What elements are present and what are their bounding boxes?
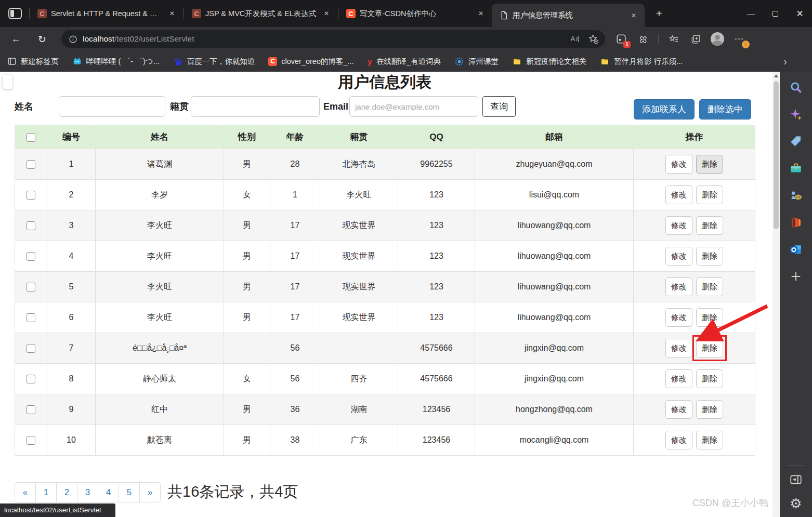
browser-tab[interactable]: C写文章-CSDN创作中心✕ bbox=[339, 0, 492, 27]
bookmark-item[interactable]: 百度一下，你就知道 bbox=[173, 57, 255, 67]
row-checkbox[interactable] bbox=[27, 191, 35, 200]
maximize-button[interactable] bbox=[763, 0, 788, 27]
edit-button[interactable]: 修改 bbox=[665, 155, 692, 174]
favorites-icon[interactable] bbox=[667, 32, 680, 46]
bookmark-item[interactable]: 哔哩哔哩 ( ゜- ゜)つ... bbox=[72, 57, 160, 67]
pagination-page[interactable]: 5 bbox=[119, 482, 140, 502]
scrollbar-thumb[interactable] bbox=[774, 81, 779, 229]
delete-button[interactable]: 删除 bbox=[696, 277, 723, 296]
collections-icon[interactable] bbox=[689, 32, 702, 46]
row-checkbox[interactable] bbox=[27, 375, 35, 383]
settings-gear-icon[interactable]: ⚙ bbox=[789, 496, 803, 511]
browser-tab[interactable]: CServlet & HTTP & Request & Res✕ bbox=[30, 0, 183, 27]
edit-button[interactable]: 修改 bbox=[665, 247, 692, 266]
profile-avatar[interactable] bbox=[711, 32, 724, 46]
cell-qq: 4575666 bbox=[398, 364, 475, 394]
delete-button[interactable]: 删除 bbox=[696, 308, 723, 327]
new-tab-button[interactable]: + bbox=[652, 8, 666, 20]
clover-extension-icon[interactable] bbox=[636, 32, 650, 46]
delete-button[interactable]: 删除 bbox=[696, 369, 723, 388]
delete-button[interactable]: 删除 bbox=[696, 431, 723, 449]
address-bar[interactable]: localhost/test02/userListServlet A bbox=[61, 30, 605, 48]
delete-button[interactable]: 删除 bbox=[696, 400, 723, 419]
delete-button[interactable]: 删除 bbox=[696, 216, 723, 235]
outlook-icon[interactable] bbox=[789, 242, 803, 257]
copilot-icon[interactable] bbox=[789, 107, 803, 122]
tab-actions-icon[interactable] bbox=[8, 8, 22, 19]
bookmark-item[interactable]: 暂伴月将影 行乐须... bbox=[600, 57, 683, 67]
row-checkbox[interactable] bbox=[27, 283, 35, 291]
delete-button[interactable]: 删除 bbox=[696, 185, 723, 204]
edit-button[interactable]: 修改 bbox=[665, 339, 692, 357]
cell-email: jingxin@qq.com bbox=[475, 333, 634, 364]
bookmark-item[interactable]: 新冠疫情论文相关 bbox=[512, 57, 586, 67]
games-icon[interactable] bbox=[789, 188, 803, 203]
add-sidebar-icon[interactable] bbox=[789, 269, 803, 284]
add-favorite-icon[interactable] bbox=[588, 34, 599, 45]
search-button[interactable]: 查询 bbox=[482, 96, 516, 117]
edit-button[interactable]: 修改 bbox=[665, 308, 692, 327]
column-header: 操作 bbox=[634, 125, 755, 149]
pagination-prev[interactable]: « bbox=[15, 482, 36, 502]
edit-button[interactable]: 修改 bbox=[665, 431, 692, 449]
edit-button[interactable]: 修改 bbox=[665, 369, 692, 388]
page-scrollbar[interactable] bbox=[772, 72, 780, 517]
row-checkbox[interactable] bbox=[27, 313, 35, 322]
minimize-button[interactable]: — bbox=[739, 0, 763, 27]
add-contact-button[interactable]: 添加联系人 bbox=[634, 99, 695, 120]
pagination-page[interactable]: 2 bbox=[56, 482, 77, 502]
row-checkbox[interactable] bbox=[27, 436, 35, 445]
tab-close-icon[interactable]: ✕ bbox=[628, 10, 639, 21]
tab-close-icon[interactable]: ✕ bbox=[166, 8, 178, 19]
row-checkbox[interactable] bbox=[27, 344, 35, 353]
scroll-up-icon[interactable] bbox=[772, 72, 780, 79]
edit-button[interactable]: 修改 bbox=[665, 400, 692, 419]
bookmarks-overflow-chevron-icon[interactable]: › bbox=[783, 56, 787, 68]
edit-button[interactable]: 修改 bbox=[665, 185, 692, 204]
open-sidebar-panel-icon[interactable] bbox=[789, 472, 803, 487]
site-info-icon[interactable] bbox=[69, 35, 77, 44]
tools-icon[interactable] bbox=[789, 161, 803, 176]
bookmark-item[interactable]: y在线翻译_有道词典 bbox=[368, 57, 441, 67]
edit-button[interactable]: 修改 bbox=[665, 277, 692, 296]
bookmark-item[interactable]: 新建标签页 bbox=[7, 57, 59, 67]
tab-close-icon[interactable]: ✕ bbox=[475, 8, 487, 19]
bookmark-item[interactable]: 潭州课堂 bbox=[454, 57, 499, 67]
search-icon[interactable] bbox=[789, 80, 803, 95]
column-header: 邮箱 bbox=[475, 125, 634, 149]
pagination-next[interactable]: » bbox=[139, 482, 161, 502]
row-checkbox[interactable] bbox=[27, 160, 35, 169]
more-menu-icon[interactable]: ⋯↑ bbox=[732, 32, 746, 46]
browser-tab[interactable]: CJSP & MVC开发模式 & EL表达式✕ bbox=[185, 0, 337, 27]
delete-button[interactable]: 删除 bbox=[696, 247, 723, 266]
pagination-page[interactable]: 4 bbox=[98, 482, 119, 502]
shopping-icon[interactable] bbox=[789, 134, 803, 149]
browser-tab[interactable]: 用户信息管理系统✕ bbox=[492, 4, 645, 27]
refresh-icon[interactable]: ↻ bbox=[33, 31, 51, 47]
row-checkbox[interactable] bbox=[27, 221, 35, 230]
pagination-page[interactable]: 1 bbox=[35, 482, 57, 502]
extension-icon[interactable]: 1 bbox=[614, 32, 628, 46]
bookmark-item[interactable]: Cclover_oreo的博客_... bbox=[268, 57, 353, 67]
select-all-checkbox[interactable] bbox=[27, 133, 35, 142]
pagination-page[interactable]: 3 bbox=[77, 482, 98, 502]
cell-age: 17 bbox=[270, 241, 320, 272]
hometown-input[interactable] bbox=[191, 96, 320, 117]
name-input[interactable] bbox=[59, 96, 165, 117]
delete-button[interactable]: 删除 bbox=[696, 339, 723, 357]
cell-age: 36 bbox=[270, 394, 320, 425]
edit-button[interactable]: 修改 bbox=[665, 216, 692, 235]
tab-close-icon[interactable]: ✕ bbox=[321, 8, 332, 19]
hometown-label: 籍贯 bbox=[170, 96, 189, 117]
delete-selected-button[interactable]: 删除选中 bbox=[699, 99, 751, 120]
email-input[interactable] bbox=[349, 96, 478, 117]
cell-age: 17 bbox=[270, 272, 320, 302]
row-checkbox[interactable] bbox=[27, 252, 35, 261]
back-icon[interactable]: ← bbox=[7, 31, 25, 47]
office-icon[interactable] bbox=[789, 215, 803, 230]
read-aloud-icon[interactable]: A bbox=[569, 34, 581, 44]
row-checkbox[interactable] bbox=[27, 405, 35, 414]
close-button[interactable]: ✕ bbox=[788, 0, 812, 27]
cell-id: 5 bbox=[47, 272, 96, 302]
delete-button[interactable]: 删除 bbox=[696, 155, 723, 174]
